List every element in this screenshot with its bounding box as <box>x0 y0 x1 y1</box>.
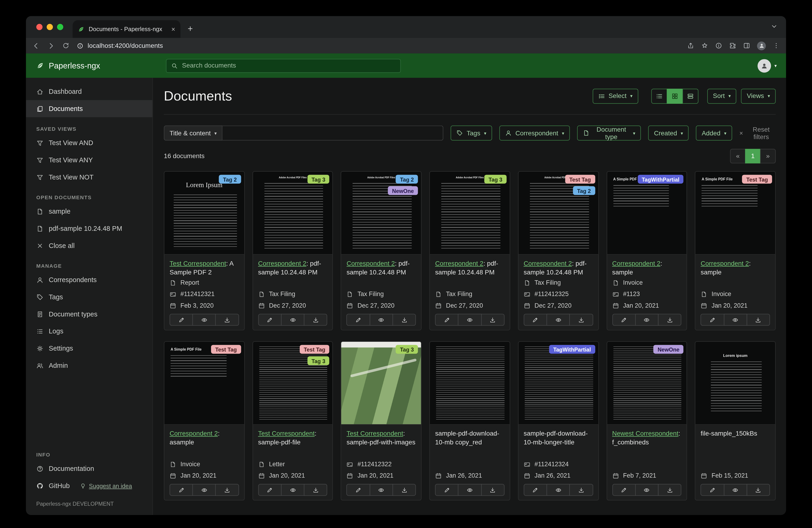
document-card[interactable]: TagWithPartial sample-pdf-download-10-mb… <box>518 341 599 501</box>
document-card[interactable]: A Simple PDF File Test Tag Correspondent… <box>164 341 245 501</box>
download-button[interactable] <box>304 314 327 326</box>
tag-badge[interactable]: Tag 2 <box>396 175 418 184</box>
title-content-input[interactable] <box>222 126 444 141</box>
document-type-filter-button[interactable]: Document type ▾ <box>577 126 641 141</box>
document-correspondent-link[interactable]: Correspondent 2 <box>435 260 483 267</box>
download-button[interactable] <box>304 484 327 496</box>
previous-page-button[interactable]: « <box>730 149 745 163</box>
tag-badge[interactable]: TagWithPartial <box>638 175 684 184</box>
view-button[interactable] <box>635 314 658 326</box>
global-search[interactable] <box>166 58 401 72</box>
document-thumbnail[interactable]: Adobe Acrobat PDF Files Test TagTag 2 <box>518 172 598 255</box>
document-thumbnail[interactable]: Lorem ipsum <box>695 342 775 425</box>
view-button[interactable] <box>724 484 747 496</box>
reset-filters-button[interactable]: × Reset filters <box>739 126 775 141</box>
sidebar-item-admin[interactable]: Admin <box>26 357 153 374</box>
document-thumbnail[interactable]: Lorem Ipsum Tag 2 <box>164 172 244 255</box>
select-button[interactable]: Select ▾ <box>592 88 638 103</box>
document-card[interactable]: Adobe Acrobat PDF Files Test TagTag 2 Co… <box>518 171 599 330</box>
view-button[interactable] <box>458 484 481 496</box>
reload-icon[interactable] <box>62 42 69 49</box>
tag-badge[interactable]: Tag 2 <box>219 175 241 184</box>
edit-button[interactable] <box>258 484 281 496</box>
document-correspondent-link[interactable]: Test Correspondent <box>258 430 315 437</box>
edit-button[interactable] <box>258 314 281 326</box>
document-card[interactable]: Tag 3 Test Correspondent: sample-pdf-wit… <box>341 341 422 501</box>
document-thumbnail[interactable]: A Simple PDF File Test Tag <box>164 342 244 425</box>
document-card[interactable]: Adobe Acrobat PDF Files Tag 3 Correspond… <box>252 171 333 330</box>
view-button[interactable] <box>281 314 305 326</box>
user-menu[interactable]: ▾ <box>758 59 777 72</box>
edit-button[interactable] <box>170 314 193 326</box>
tag-badge[interactable]: Test Tag <box>211 345 241 354</box>
sidebar-item-close-all[interactable]: Close all <box>26 237 153 254</box>
new-tab-button[interactable]: + <box>188 24 193 34</box>
minimize-window-button[interactable] <box>47 24 53 30</box>
document-card[interactable]: Lorem Ipsum Tag 2 Test Correspondent: A … <box>164 171 245 330</box>
sidebar-item-test-view-and[interactable]: Test View AND <box>26 134 153 152</box>
created-filter-button[interactable]: Created ▾ <box>648 126 689 141</box>
document-correspondent-link[interactable]: Correspondent 2 <box>524 260 572 267</box>
view-button[interactable] <box>192 484 216 496</box>
document-thumbnail[interactable]: Adobe Acrobat PDF Files Tag 2NewOne <box>342 172 421 255</box>
tags-filter-button[interactable]: Tags ▾ <box>451 126 492 141</box>
address-bar[interactable]: localhost:4200/documents <box>77 42 163 49</box>
list-view-button[interactable] <box>651 88 667 103</box>
next-page-button[interactable]: » <box>760 149 776 163</box>
document-thumbnail[interactable]: A Simple PDF File TagWithPartial <box>607 172 687 255</box>
document-thumbnail[interactable]: Tag 3 <box>342 342 421 425</box>
document-thumbnail[interactable]: NewOne <box>607 342 687 425</box>
document-card[interactable]: Adobe Acrobat PDF Files Tag 3 Correspond… <box>430 171 510 330</box>
tag-badge[interactable]: TagWithPartial <box>549 345 595 354</box>
grid-view-button[interactable] <box>667 88 683 103</box>
view-button[interactable] <box>724 314 747 326</box>
download-button[interactable] <box>393 484 416 496</box>
bookmark-star-icon[interactable] <box>701 42 708 49</box>
document-correspondent-link[interactable]: Newest Correspondent <box>612 430 679 437</box>
edit-button[interactable] <box>612 314 636 326</box>
tag-badge[interactable]: Tag 2 <box>573 186 595 195</box>
sidebar-item-settings[interactable]: Settings <box>26 340 153 357</box>
brand[interactable]: Paperless-ngx <box>36 61 100 70</box>
sidebar-item-logs[interactable]: Logs <box>26 323 153 340</box>
document-correspondent-link[interactable]: Test Correspondent <box>170 260 226 267</box>
download-button[interactable] <box>746 484 770 496</box>
tag-badge[interactable]: Test Tag <box>565 175 595 184</box>
document-card[interactable]: A Simple PDF File TagWithPartial Corresp… <box>606 171 687 330</box>
sidebar-item-open-doc-pdf-sample[interactable]: pdf-sample 10.24.48 PM <box>26 220 153 237</box>
document-correspondent-link[interactable]: Correspondent 2 <box>258 260 306 267</box>
download-button[interactable] <box>481 484 504 496</box>
browser-profile-avatar[interactable] <box>757 41 766 50</box>
tag-badge[interactable]: NewOne <box>388 186 418 195</box>
view-button[interactable] <box>192 314 216 326</box>
document-correspondent-link[interactable]: Correspondent 2 <box>612 260 661 267</box>
document-thumbnail[interactable]: Test TagTag 3 <box>253 342 332 425</box>
views-button[interactable]: Views ▾ <box>741 88 776 103</box>
tab-close-icon[interactable]: × <box>171 25 175 33</box>
edit-button[interactable] <box>347 314 370 326</box>
tab-list-chevron-icon[interactable] <box>770 23 778 30</box>
tag-badge[interactable]: NewOne <box>653 345 684 354</box>
download-button[interactable] <box>215 314 239 326</box>
download-button[interactable] <box>746 314 770 326</box>
extensions-puzzle-icon[interactable] <box>729 42 736 49</box>
document-thumbnail[interactable]: Adobe Acrobat PDF Files Tag 3 <box>253 172 332 255</box>
back-icon[interactable] <box>32 42 40 50</box>
download-button[interactable] <box>569 314 593 326</box>
document-correspondent-link[interactable]: Correspondent 2 <box>347 260 395 267</box>
view-button[interactable] <box>281 484 305 496</box>
sidebar-item-correspondents[interactable]: Correspondents <box>26 271 153 288</box>
document-card[interactable]: Lorem ipsum file-sample_150kBs Feb 15, 2… <box>695 341 776 501</box>
sidebar-item-document-types[interactable]: Document types <box>26 305 153 323</box>
document-correspondent-link[interactable]: Correspondent 2 <box>170 430 218 437</box>
edit-button[interactable] <box>435 314 459 326</box>
browser-tab[interactable]: Documents - Paperless-ngx × <box>73 20 180 38</box>
view-button[interactable] <box>547 484 570 496</box>
forward-icon[interactable] <box>47 42 55 50</box>
search-input[interactable] <box>182 62 395 69</box>
document-thumbnail[interactable]: TagWithPartial <box>518 342 598 425</box>
sidebar-item-dashboard[interactable]: Dashboard <box>26 83 153 100</box>
download-button[interactable] <box>481 314 504 326</box>
edit-button[interactable] <box>524 314 547 326</box>
tag-badge[interactable]: Test Tag <box>300 345 330 354</box>
